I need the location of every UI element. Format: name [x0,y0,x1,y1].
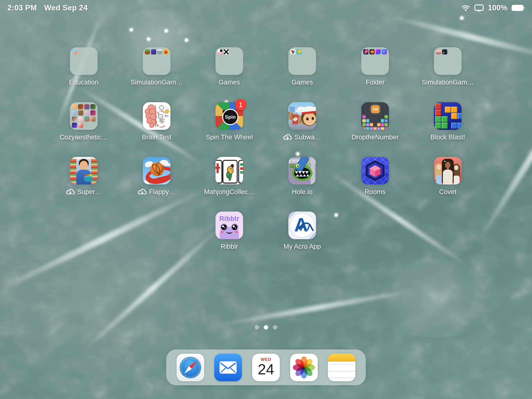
status-date: Wed Sep 24 [44,3,87,12]
mini-among-us-icon [163,49,168,54]
tile-glyph [240,171,243,174]
shelf-left [70,159,76,184]
page-dot[interactable] [255,325,259,330]
basket [84,176,93,182]
eye-glint [233,225,235,227]
folder-education[interactable]: Education [47,47,120,86]
number-tile: 4 [384,115,388,118]
mini-balloon-game-icon [290,49,296,54]
block [458,123,462,129]
app-label: My Acro App [283,242,321,251]
app-rooms[interactable]: Rooms [339,157,412,196]
svg-text:X: X [161,121,163,124]
app-label: Subwa… [283,133,321,141]
notes-line [328,371,355,372]
number-tile: 2 [381,123,384,126]
number-tile: 256 [377,123,381,126]
folder-label: Games [291,78,313,86]
app-dropthenumber[interactable]: 256 242048881646425625624512832256642048… [339,102,412,141]
mini-kids-app-icon [72,49,77,54]
folder-games-2[interactable]: Games [266,47,339,86]
app-my-acro-app[interactable]: A My Acro App [266,212,339,251]
character-eye [312,117,314,120]
falling-tile: 256 [371,106,379,113]
number-tile: 64 [366,123,369,126]
tile-glyph [240,163,243,166]
number-tile: 2 [384,127,388,130]
app-label: Block Blast! [430,133,465,141]
number-tile: 8 [381,119,384,122]
eye-glint [224,227,225,228]
app-label: Brain Test [142,133,171,141]
cloud-download-icon [283,133,292,141]
block [451,107,457,113]
mini-procreate-pocket-icon [369,49,375,54]
status-bar: 2:03 PM Wed Sep 24 100% [0,0,532,14]
block [435,103,441,110]
cloud-download-icon [138,188,147,196]
folder-simulationgames-2[interactable]: SimulationGam… [411,47,484,86]
photos-flower [293,357,315,378]
app-label: Super… [66,188,101,196]
app-spin-the-wheel[interactable]: Spin 1 Spin The Wheel [193,102,266,141]
status-time: 2:03 PM [7,3,37,12]
cloud-download-icon [66,188,75,196]
app-flappy[interactable]: Flappy… [120,157,193,196]
app-ribblr[interactable]: Ribblr Ribblr [193,212,266,251]
number-tile: 16 [384,119,388,122]
block [435,116,441,122]
page-dot[interactable] [273,325,277,330]
folder-label: Games [218,78,240,86]
model-outfit [436,175,442,184]
spin-text: Spin [225,114,235,120]
block [442,123,448,129]
mini-picsart-icon [376,49,381,54]
brain-test-art: A+ X O X [143,102,170,130]
app-supermarket[interactable]: Super… [47,157,120,196]
dock-calendar-icon[interactable]: WED 24 [252,354,280,381]
folder-label: SimulationGam… [422,78,474,86]
mini-girl-icon [72,116,77,122]
notes-line [328,378,355,378]
mini-capcut-icon [224,49,229,54]
mini-cow-game-icon [217,49,223,54]
app-mahjong[interactable]: MahjongCollec… [193,157,266,196]
number-tile: 4 [362,123,366,126]
eye-glint [222,225,224,227]
notes-perforation [330,362,353,365]
app-block-blast[interactable]: Block Blast! [411,102,484,141]
number-tile: 32 [370,127,373,130]
number-tile: 2 [362,115,366,118]
frog-smile [226,229,233,234]
dock-mail-icon[interactable] [214,354,242,381]
mini-pizza-icon [78,104,83,109]
mini-duck-game-icon [297,49,302,54]
dock-safari-icon[interactable] [177,354,204,381]
mini-poster-icon [72,110,77,116]
folder-creative[interactable]: Folder [339,47,412,86]
folder-games-1[interactable]: Games [193,47,266,86]
man-face [80,161,88,170]
app-hole-io[interactable]: Hole.io [266,157,339,196]
eye-glint [235,227,236,228]
number-tile: 4 [384,123,388,126]
gymnast-figure [298,220,314,231]
svg-text:X: X [159,119,161,122]
folder-cozyaesthetic[interactable]: Cozyaesthetic… [47,102,120,141]
svg-text:A+: A+ [165,114,169,118]
frog-cheek [221,231,224,233]
folder-label: Folder [366,78,385,86]
dock-photos-icon[interactable] [290,354,318,381]
dock-notes-icon[interactable] [328,354,355,381]
mini-neon-shop-icon [90,110,96,116]
number-tile: 512 [362,127,366,130]
page-dot[interactable] [264,325,268,330]
monster-hole [288,157,316,184]
app-subway-surfers[interactable]: Subwa… [266,102,339,141]
app-covet[interactable]: Covet [411,157,484,196]
app-label: Hole.io [292,188,313,196]
folder-simulationgames-1[interactable]: SimulationGam… [120,47,193,86]
mini-garden-cat-icon [90,104,96,109]
block [458,113,462,119]
app-brain-test[interactable]: A+ X O X Brain Test [120,102,193,141]
